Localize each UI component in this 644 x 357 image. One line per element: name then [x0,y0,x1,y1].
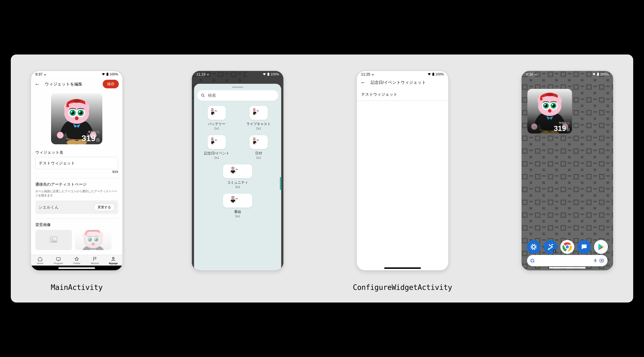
widget-list: テストウィジェット [357,88,448,266]
artist-section-label: 遷移先のアーティストページ [35,182,118,187]
picker-bottom-sheet[interactable]: 検索 バッテリー 2x1 ライブキャスト 2x1 [194,84,281,270]
widget-card[interactable]: 記念日/イベント 2x1 [197,134,236,160]
save-button[interactable]: 保存 [103,80,119,88]
search-placeholder: 検索 [208,93,216,98]
tv-icon [56,256,61,262]
bg-option-mascot[interactable] [75,230,112,250]
phone-main-activity: 9:37☁ 100% ← ウィジェットを編集 保存 [31,71,122,270]
user-icon [111,256,116,262]
widget-card[interactable]: 番組 3x1 [197,192,278,219]
svg-rect-42 [597,73,599,76]
scroll-indicator [280,177,281,190]
cloud-icon: ☁ [372,73,374,76]
widget-card[interactable]: 日付 2x1 [239,134,278,160]
caption-configure: ConfigureWidgetActivity [353,283,452,292]
phone2-column: 11:19☁ 100% 検索 [192,71,283,270]
widget-icon-box [223,164,252,178]
chat-icon [580,243,588,251]
sheet-grabber[interactable] [232,87,243,88]
nav-program[interactable]: Program [49,255,68,266]
search-input[interactable]: 検索 [197,90,278,101]
cloud-icon: ☁ [534,73,537,76]
phone-configure-list: 11:25☁ 100% ← 記念日/イベントウィジェット テストウィジェット [357,71,448,270]
toolbar: ← 記念日/イベントウィジェット [357,77,448,88]
homescreen-widget[interactable]: 年始から 319日 [528,89,572,133]
star-icon [74,256,79,262]
phone3-column: 11:25☁ 100% ← 記念日/イベントウィジェット テストウィジェット [353,71,452,292]
nav-label: Mission [91,262,99,265]
list-item[interactable]: テストウィジェット [357,88,448,101]
app-icon [230,167,245,176]
bg-option-empty[interactable] [35,230,72,250]
lens-icon[interactable] [599,258,604,263]
gesture-pill[interactable] [549,267,586,269]
wifi-icon [592,73,596,76]
widget-icon-box [208,135,226,149]
route-icon [547,243,554,250]
widget-icon-box [208,106,226,120]
flag-icon [92,256,98,262]
gesture-pill[interactable] [384,267,421,269]
nav-mypage[interactable]: Mypage [104,255,122,266]
status-time: 11:19 [196,72,206,76]
widget-name: コミュニティ [227,180,248,185]
cloud-icon: ☁ [206,73,209,76]
svg-rect-29 [106,73,108,76]
divider [35,218,118,219]
change-artist-button[interactable]: 変更する [94,203,115,211]
editor-scroll[interactable]: 年始から 319日 ウィジェット名 9/24 遷移先のアーティストページ ホーム… [31,91,122,255]
app-icon [253,108,264,117]
widget-name: 番組 [234,209,241,214]
widget-icon-box [250,106,268,120]
nav-home[interactable]: Home [31,255,49,266]
svg-point-53 [601,260,602,261]
svg-rect-39 [432,73,434,76]
artist-name: シエルくん [39,205,59,210]
back-button[interactable]: ← [360,80,366,85]
widget-text: 年始から 319日 [554,121,570,132]
svg-point-54 [602,260,603,260]
quick-search-bar[interactable]: G [527,255,608,266]
diagram-board: 9:37☁ 100% ← ウィジェットを編集 保存 [11,54,633,303]
share-badge-icon: ➤ [553,249,556,253]
app-icon [211,138,222,147]
widget-card[interactable]: コミュニティ 3x1 [197,163,278,190]
battery-pct: 100% [110,72,118,76]
search-icon [201,93,205,97]
gesture-pill[interactable] [58,267,95,269]
app-icon [253,138,264,147]
widget-size: 2x1 [256,156,261,160]
mic-icon[interactable] [593,258,598,263]
dock-app-settings[interactable] [527,240,540,254]
status-time: 11:25 [361,72,370,76]
nav-follow[interactable]: Follow [68,255,86,266]
name-field-label: ウィジェット名 [35,150,118,155]
nav-label: Follow [73,262,80,265]
svg-point-38 [202,94,204,96]
system-nav-bar [31,266,122,270]
status-bar: 9:37☁ 100% [31,71,122,77]
dock-app-maps[interactable]: ➤ [544,240,558,254]
widget-name-input[interactable] [35,157,118,169]
wifi-icon [102,73,105,76]
svg-rect-33 [56,258,60,260]
artist-row: シエルくん 変更する [35,200,118,214]
dock-app-messages[interactable] [577,240,591,254]
widget-preview: 年始から 319日 [51,93,102,144]
home-icon [38,256,43,262]
widget-name: バッテリー [208,122,225,126]
widget-name: 記念日/イベント [204,151,229,156]
page-title: 記念日/イベントウィジェット [371,80,445,85]
dock-app-chrome[interactable] [560,240,574,254]
widget-card[interactable]: バッテリー 2x1 [197,104,236,131]
widget-name: ライブキャスト [246,122,271,126]
bottom-nav: Home Program Follow Mission [31,255,122,266]
phone4-column: 9:38☁ 100% 年始から 319日 [522,71,613,270]
system-nav-bar [522,265,613,270]
bg-section-label: 背景画像 [35,222,118,227]
dock-app-play[interactable] [594,240,608,254]
chrome-icon [562,242,572,252]
back-button[interactable]: ← [34,81,40,87]
nav-mission[interactable]: Mission [86,255,104,266]
widget-card[interactable]: ライブキャスト 2x1 [239,104,278,131]
